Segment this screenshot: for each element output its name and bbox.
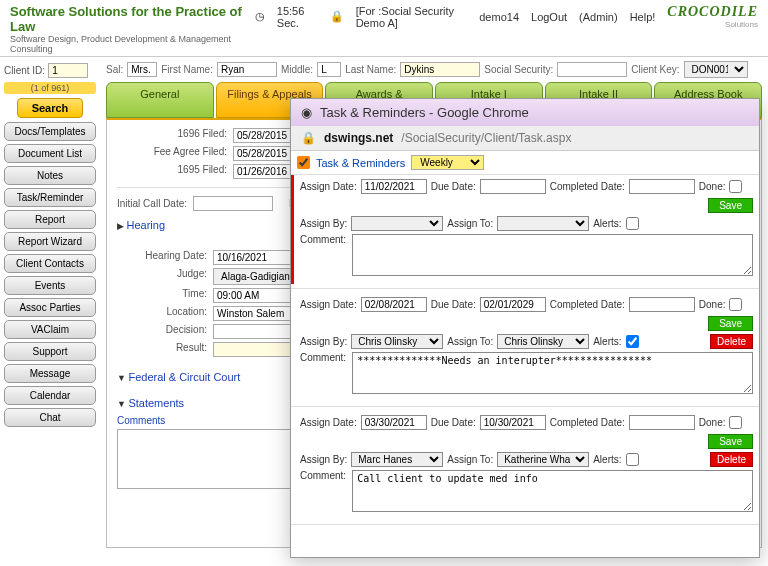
nav-support[interactable]: Support <box>4 342 96 361</box>
comment-label: Comment: <box>300 352 346 394</box>
logo-sub: Solutions <box>667 20 758 29</box>
alerts-label: Alerts: <box>593 218 621 229</box>
assign-by-select-2[interactable]: Marc Hanes <box>351 452 443 467</box>
assign-to-label: Assign To: <box>447 336 493 347</box>
assign-date-label: Assign Date: <box>300 181 357 192</box>
popup-body[interactable]: Task & Reminders Weekly Assign Date: Due… <box>291 151 759 557</box>
nav-document-list[interactable]: Document List <box>4 144 96 163</box>
comment-label: Comment: <box>300 470 346 512</box>
key-label: Client Key: <box>631 64 679 75</box>
delete-button-2[interactable]: Delete <box>710 452 753 467</box>
alerts-label: Alerts: <box>593 336 621 347</box>
search-button[interactable]: Search <box>17 98 84 118</box>
user-link[interactable]: demo14 <box>479 11 519 23</box>
fee-agree-label: Fee Agree Filed: <box>117 146 227 161</box>
logo-main: CROCODILE <box>667 4 758 20</box>
completed-date-label: Completed Date: <box>550 417 625 428</box>
completed-date-input-0[interactable] <box>629 179 695 194</box>
ln-label: Last Name: <box>345 64 396 75</box>
due-date-input-0[interactable] <box>480 179 546 194</box>
done-checkbox-2[interactable] <box>729 416 742 429</box>
mi-input[interactable] <box>317 62 341 77</box>
nav-events[interactable]: Events <box>4 276 96 295</box>
nav-message[interactable]: Message <box>4 364 96 383</box>
nav-task-reminder[interactable]: Task/Reminder <box>4 188 96 207</box>
save-button-2[interactable]: Save <box>708 434 753 449</box>
assign-to-select-0[interactable] <box>497 216 589 231</box>
due-date-input-2[interactable] <box>480 415 546 430</box>
due-date-label: Due Date: <box>431 417 476 428</box>
assign-to-label: Assign To: <box>447 454 493 465</box>
timer-text: 15:56 Sec. <box>277 5 318 29</box>
popup-title: Task & Reminders - Google Chrome <box>320 105 529 120</box>
hearing-date-label: Hearing Date: <box>117 250 207 265</box>
logout-link[interactable]: LogOut <box>531 11 567 23</box>
fn-label: First Name: <box>161 64 213 75</box>
task-freq-select[interactable]: Weekly <box>411 155 484 170</box>
save-button-1[interactable]: Save <box>708 316 753 331</box>
assign-date-input-2[interactable] <box>361 415 427 430</box>
ssn-input[interactable] <box>557 62 627 77</box>
nav-report[interactable]: Report <box>4 210 96 229</box>
admin-link[interactable]: (Admin) <box>579 11 618 23</box>
result-label: Result: <box>117 342 207 357</box>
clock-icon: ◷ <box>255 10 265 23</box>
alerts-checkbox-2[interactable] <box>626 453 639 466</box>
nav-client-contacts[interactable]: Client Contacts <box>4 254 96 273</box>
initial-call-input[interactable] <box>193 196 273 211</box>
app-title: Software Solutions for the Practice of L… <box>10 4 255 34</box>
nav-calendar[interactable]: Calendar <box>4 386 96 405</box>
popup-titlebar[interactable]: ◉ Task & Reminders - Google Chrome <box>291 99 759 126</box>
mi-label: Middle: <box>281 64 313 75</box>
time-label: Time: <box>117 288 207 303</box>
task-popup-window: ◉ Task & Reminders - Google Chrome 🔒 dsw… <box>290 98 760 558</box>
help-link[interactable]: Help! <box>630 11 656 23</box>
nav-report-wizard[interactable]: Report Wizard <box>4 232 96 251</box>
nav-notes[interactable]: Notes <box>4 166 96 185</box>
nav-docs-templates[interactable]: Docs/Templates <box>4 122 96 141</box>
sal-input[interactable] <box>127 62 157 77</box>
client-id-row: Client ID: <box>4 63 96 78</box>
alerts-checkbox-0[interactable] <box>626 217 639 230</box>
popup-path: /SocialSecurity/Client/Task.aspx <box>401 131 571 145</box>
assign-date-input-0[interactable] <box>361 179 427 194</box>
key-select[interactable]: DON001 <box>684 61 748 78</box>
assign-to-select-2[interactable]: Katherine Whaling <box>497 452 589 467</box>
client-id-input[interactable] <box>48 63 88 78</box>
completed-date-input-1[interactable] <box>629 297 695 312</box>
decision-label: Decision: <box>117 324 207 339</box>
completed-date-input-2[interactable] <box>629 415 695 430</box>
assign-date-label: Assign Date: <box>300 417 357 428</box>
comment-textarea-1[interactable] <box>352 352 753 394</box>
record-count: (1 of 961) <box>4 82 96 94</box>
assign-by-select-0[interactable] <box>351 216 443 231</box>
alerts-checkbox-1[interactable] <box>626 335 639 348</box>
tab-general[interactable]: General <box>106 82 214 118</box>
app-title-block: Software Solutions for the Practice of L… <box>10 4 255 54</box>
comment-textarea-2[interactable] <box>352 470 753 512</box>
delete-button-1[interactable]: Delete <box>710 334 753 349</box>
fn-input[interactable] <box>217 62 277 77</box>
task-section-checkbox[interactable] <box>297 156 310 169</box>
due-date-input-1[interactable] <box>480 297 546 312</box>
assign-to-select-1[interactable]: Chris Olinsky <box>497 334 589 349</box>
done-label: Done: <box>699 299 726 310</box>
nav-assoc-parties[interactable]: Assoc Parties <box>4 298 96 317</box>
ln-input[interactable] <box>400 62 480 77</box>
location-label: Location: <box>117 306 207 321</box>
save-button-0[interactable]: Save <box>708 198 753 213</box>
nav-vaclaim[interactable]: VAClaim <box>4 320 96 339</box>
done-checkbox-1[interactable] <box>729 298 742 311</box>
done-checkbox-0[interactable] <box>729 180 742 193</box>
initial-call-label: Initial Call Date: <box>117 198 187 209</box>
nav-chat[interactable]: Chat <box>4 408 96 427</box>
app-subtitle: Software Design, Product Development & M… <box>10 34 255 54</box>
ssn-label: Social Security: <box>484 64 553 75</box>
client-id-label: Client ID: <box>4 65 45 76</box>
comment-textarea-0[interactable] <box>352 234 753 276</box>
due-date-label: Due Date: <box>431 181 476 192</box>
assign-by-select-1[interactable]: Chris Olinsky <box>351 334 443 349</box>
judge-label: Judge: <box>117 268 207 285</box>
assign-date-input-1[interactable] <box>361 297 427 312</box>
assign-by-label: Assign By: <box>300 218 347 229</box>
